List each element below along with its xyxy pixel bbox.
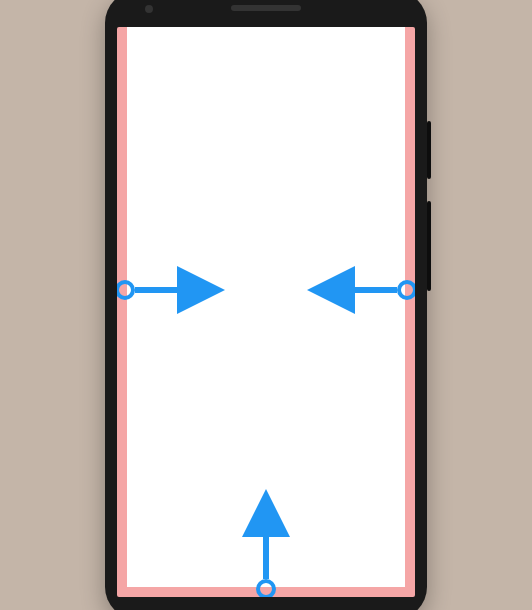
speaker-grille-icon xyxy=(231,5,301,11)
front-camera-icon xyxy=(145,5,153,13)
app-content-area xyxy=(127,27,405,587)
volume-rocker-icon xyxy=(427,201,431,291)
phone-frame xyxy=(105,0,427,610)
power-button-icon xyxy=(427,121,431,179)
